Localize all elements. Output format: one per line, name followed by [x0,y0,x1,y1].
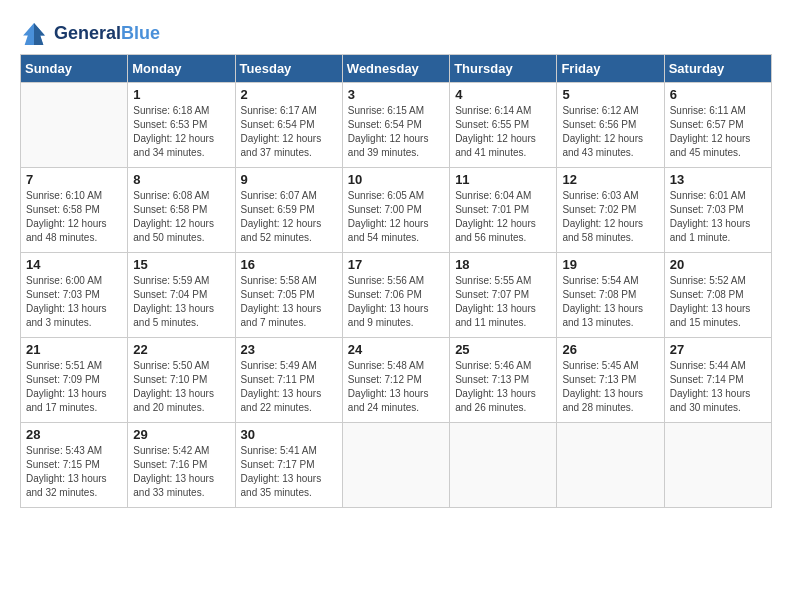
day-number: 20 [670,257,766,272]
day-info: Sunrise: 6:05 AMSunset: 7:00 PMDaylight:… [348,189,444,245]
calendar-day-cell: 30Sunrise: 5:41 AMSunset: 7:17 PMDayligh… [235,423,342,508]
calendar-day-cell: 25Sunrise: 5:46 AMSunset: 7:13 PMDayligh… [450,338,557,423]
day-info: Sunrise: 5:50 AMSunset: 7:10 PMDaylight:… [133,359,229,415]
day-info: Sunrise: 5:45 AMSunset: 7:13 PMDaylight:… [562,359,658,415]
svg-marker-1 [34,23,45,45]
weekday-header: Sunday [21,55,128,83]
weekday-header: Monday [128,55,235,83]
day-number: 29 [133,427,229,442]
calendar-day-cell [342,423,449,508]
calendar-week-row: 28Sunrise: 5:43 AMSunset: 7:15 PMDayligh… [21,423,772,508]
calendar-day-cell: 23Sunrise: 5:49 AMSunset: 7:11 PMDayligh… [235,338,342,423]
calendar-day-cell: 1Sunrise: 6:18 AMSunset: 6:53 PMDaylight… [128,83,235,168]
calendar-day-cell: 24Sunrise: 5:48 AMSunset: 7:12 PMDayligh… [342,338,449,423]
logo-icon [20,20,48,48]
weekday-header: Saturday [664,55,771,83]
day-number: 17 [348,257,444,272]
logo: GeneralBlue [20,20,160,48]
weekday-header: Thursday [450,55,557,83]
day-number: 5 [562,87,658,102]
calendar-day-cell: 19Sunrise: 5:54 AMSunset: 7:08 PMDayligh… [557,253,664,338]
day-number: 6 [670,87,766,102]
day-number: 25 [455,342,551,357]
day-number: 11 [455,172,551,187]
calendar-week-row: 21Sunrise: 5:51 AMSunset: 7:09 PMDayligh… [21,338,772,423]
day-number: 19 [562,257,658,272]
day-info: Sunrise: 6:01 AMSunset: 7:03 PMDaylight:… [670,189,766,245]
calendar-day-cell: 29Sunrise: 5:42 AMSunset: 7:16 PMDayligh… [128,423,235,508]
day-number: 9 [241,172,337,187]
calendar-day-cell: 27Sunrise: 5:44 AMSunset: 7:14 PMDayligh… [664,338,771,423]
day-info: Sunrise: 5:51 AMSunset: 7:09 PMDaylight:… [26,359,122,415]
day-number: 14 [26,257,122,272]
calendar-week-row: 14Sunrise: 6:00 AMSunset: 7:03 PMDayligh… [21,253,772,338]
day-info: Sunrise: 5:56 AMSunset: 7:06 PMDaylight:… [348,274,444,330]
day-info: Sunrise: 6:04 AMSunset: 7:01 PMDaylight:… [455,189,551,245]
day-number: 16 [241,257,337,272]
day-info: Sunrise: 5:52 AMSunset: 7:08 PMDaylight:… [670,274,766,330]
day-number: 24 [348,342,444,357]
day-info: Sunrise: 5:49 AMSunset: 7:11 PMDaylight:… [241,359,337,415]
calendar-day-cell: 4Sunrise: 6:14 AMSunset: 6:55 PMDaylight… [450,83,557,168]
weekday-header: Tuesday [235,55,342,83]
calendar-day-cell: 16Sunrise: 5:58 AMSunset: 7:05 PMDayligh… [235,253,342,338]
calendar-day-cell: 18Sunrise: 5:55 AMSunset: 7:07 PMDayligh… [450,253,557,338]
day-number: 27 [670,342,766,357]
day-number: 15 [133,257,229,272]
day-info: Sunrise: 5:41 AMSunset: 7:17 PMDaylight:… [241,444,337,500]
day-info: Sunrise: 6:18 AMSunset: 6:53 PMDaylight:… [133,104,229,160]
logo-text: GeneralBlue [54,24,160,44]
day-number: 10 [348,172,444,187]
day-info: Sunrise: 5:44 AMSunset: 7:14 PMDaylight:… [670,359,766,415]
calendar-table: SundayMondayTuesdayWednesdayThursdayFrid… [20,54,772,508]
day-number: 22 [133,342,229,357]
calendar-day-cell: 6Sunrise: 6:11 AMSunset: 6:57 PMDaylight… [664,83,771,168]
day-number: 12 [562,172,658,187]
day-info: Sunrise: 6:17 AMSunset: 6:54 PMDaylight:… [241,104,337,160]
day-info: Sunrise: 5:59 AMSunset: 7:04 PMDaylight:… [133,274,229,330]
day-info: Sunrise: 6:03 AMSunset: 7:02 PMDaylight:… [562,189,658,245]
calendar-header-row: SundayMondayTuesdayWednesdayThursdayFrid… [21,55,772,83]
calendar-day-cell: 20Sunrise: 5:52 AMSunset: 7:08 PMDayligh… [664,253,771,338]
calendar-day-cell: 26Sunrise: 5:45 AMSunset: 7:13 PMDayligh… [557,338,664,423]
day-info: Sunrise: 6:07 AMSunset: 6:59 PMDaylight:… [241,189,337,245]
calendar-day-cell: 3Sunrise: 6:15 AMSunset: 6:54 PMDaylight… [342,83,449,168]
calendar-day-cell: 5Sunrise: 6:12 AMSunset: 6:56 PMDaylight… [557,83,664,168]
calendar-day-cell: 22Sunrise: 5:50 AMSunset: 7:10 PMDayligh… [128,338,235,423]
day-number: 21 [26,342,122,357]
calendar-day-cell [664,423,771,508]
day-number: 30 [241,427,337,442]
page-header: GeneralBlue [20,20,772,48]
day-number: 8 [133,172,229,187]
day-info: Sunrise: 5:48 AMSunset: 7:12 PMDaylight:… [348,359,444,415]
day-info: Sunrise: 6:00 AMSunset: 7:03 PMDaylight:… [26,274,122,330]
day-info: Sunrise: 6:12 AMSunset: 6:56 PMDaylight:… [562,104,658,160]
calendar-day-cell: 15Sunrise: 5:59 AMSunset: 7:04 PMDayligh… [128,253,235,338]
calendar-day-cell: 10Sunrise: 6:05 AMSunset: 7:00 PMDayligh… [342,168,449,253]
calendar-day-cell [450,423,557,508]
day-number: 4 [455,87,551,102]
calendar-body: 1Sunrise: 6:18 AMSunset: 6:53 PMDaylight… [21,83,772,508]
day-info: Sunrise: 5:58 AMSunset: 7:05 PMDaylight:… [241,274,337,330]
day-number: 7 [26,172,122,187]
day-info: Sunrise: 6:08 AMSunset: 6:58 PMDaylight:… [133,189,229,245]
calendar-day-cell: 11Sunrise: 6:04 AMSunset: 7:01 PMDayligh… [450,168,557,253]
calendar-week-row: 1Sunrise: 6:18 AMSunset: 6:53 PMDaylight… [21,83,772,168]
day-number: 2 [241,87,337,102]
calendar-day-cell [557,423,664,508]
day-info: Sunrise: 5:42 AMSunset: 7:16 PMDaylight:… [133,444,229,500]
calendar-day-cell: 28Sunrise: 5:43 AMSunset: 7:15 PMDayligh… [21,423,128,508]
calendar-day-cell: 8Sunrise: 6:08 AMSunset: 6:58 PMDaylight… [128,168,235,253]
day-info: Sunrise: 5:46 AMSunset: 7:13 PMDaylight:… [455,359,551,415]
calendar-day-cell: 7Sunrise: 6:10 AMSunset: 6:58 PMDaylight… [21,168,128,253]
day-info: Sunrise: 6:15 AMSunset: 6:54 PMDaylight:… [348,104,444,160]
day-info: Sunrise: 6:10 AMSunset: 6:58 PMDaylight:… [26,189,122,245]
day-number: 13 [670,172,766,187]
calendar-day-cell: 17Sunrise: 5:56 AMSunset: 7:06 PMDayligh… [342,253,449,338]
day-info: Sunrise: 5:55 AMSunset: 7:07 PMDaylight:… [455,274,551,330]
day-number: 1 [133,87,229,102]
day-number: 28 [26,427,122,442]
calendar-day-cell [21,83,128,168]
day-number: 26 [562,342,658,357]
calendar-day-cell: 21Sunrise: 5:51 AMSunset: 7:09 PMDayligh… [21,338,128,423]
